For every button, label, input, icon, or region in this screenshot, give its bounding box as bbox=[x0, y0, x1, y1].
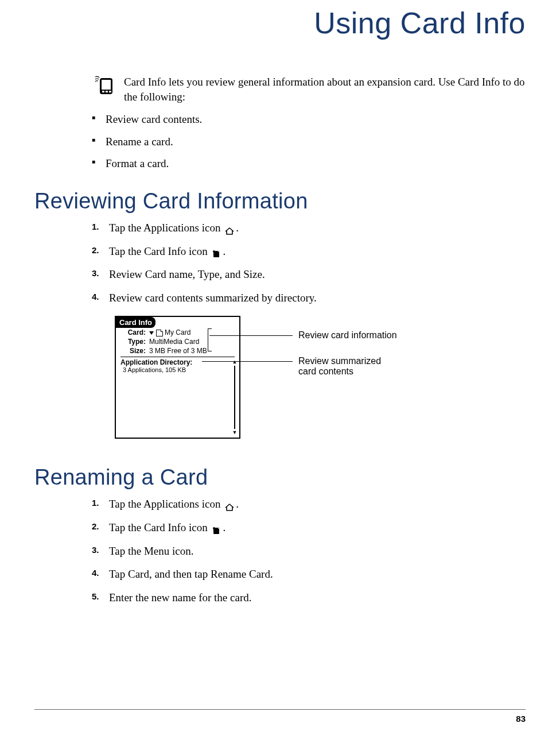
app-dir-summary: 3 Applications, 105 KB bbox=[123, 366, 235, 373]
callout-bracket bbox=[208, 328, 212, 351]
chevron-down-icon bbox=[149, 331, 154, 335]
section-title-reviewing: Reviewing Card Information bbox=[34, 189, 526, 214]
callout-line bbox=[209, 335, 293, 336]
type-label: Type: bbox=[120, 338, 146, 347]
palm-divider bbox=[120, 357, 235, 357]
palm-window: Card Info Card: My Card Type: MultiMedia… bbox=[115, 316, 240, 439]
size-value: 3 MB Free of 3 MB bbox=[149, 347, 207, 356]
step-item: Tap the Card Info icon . bbox=[92, 520, 526, 536]
card-mini-icon bbox=[156, 330, 163, 336]
type-value: MultiMedia Card bbox=[149, 338, 199, 347]
svg-rect-3 bbox=[106, 91, 108, 92]
card-info-icon bbox=[211, 524, 221, 533]
svg-rect-1 bbox=[102, 80, 111, 90]
svg-point-8 bbox=[213, 527, 215, 529]
step-item: Tap the Menu icon. bbox=[92, 544, 526, 559]
step-text: Enter the new name for the card. bbox=[109, 591, 251, 604]
step-item: Tap Card, and then tap Rename Card. bbox=[92, 567, 526, 582]
step-text: Tap Card, and then tap Rename Card. bbox=[109, 568, 273, 580]
step-item: Review Card name, Type, and Size. bbox=[92, 267, 526, 283]
app-dir-label: Application Directory: bbox=[120, 358, 235, 366]
callout-text-2: Review summarized card contents bbox=[298, 356, 381, 377]
step-text: Tap the Applications icon bbox=[109, 498, 223, 510]
step-suffix: . bbox=[223, 521, 225, 533]
pda-icon bbox=[92, 74, 117, 99]
step-text: Tap the Card Info icon bbox=[109, 245, 210, 257]
intro-block: Card Info lets you review general inform… bbox=[92, 75, 526, 104]
figure-card-info: Card Info Card: My Card Type: MultiMedia… bbox=[115, 316, 526, 448]
step-text: Review card contents summarized by direc… bbox=[109, 292, 317, 304]
palm-titlebar: Card Info bbox=[116, 317, 155, 328]
step-item: Tap the Applications icon . bbox=[92, 497, 526, 512]
section-title-renaming: Renaming a Card bbox=[34, 465, 526, 490]
step-text: Tap the Menu icon. bbox=[109, 545, 193, 557]
chapter-title: Using Card Info bbox=[34, 6, 526, 40]
step-item: Enter the new name for the card. bbox=[92, 590, 526, 606]
scroll-up-icon: ▲ bbox=[232, 359, 238, 365]
home-icon bbox=[224, 225, 235, 234]
scrollbar: ▲ ▼ bbox=[232, 359, 237, 435]
page-number: 83 bbox=[516, 714, 526, 724]
intro-bullets: Review card contents. Rename a card. For… bbox=[92, 112, 526, 172]
step-suffix: . bbox=[223, 245, 225, 257]
renaming-steps: Tap the Applications icon . Tap the Card… bbox=[92, 497, 526, 605]
bullet-item: Rename a card. bbox=[92, 134, 526, 150]
bullet-item: Format a card. bbox=[92, 156, 526, 172]
step-text: Review Card name, Type, and Size. bbox=[109, 268, 265, 280]
intro-text: Card Info lets you review general inform… bbox=[124, 75, 526, 104]
reviewing-steps: Tap the Applications icon . Tap the Card… bbox=[92, 220, 526, 305]
home-icon bbox=[224, 501, 235, 510]
callout-text-1: Review card information bbox=[298, 330, 397, 341]
bullet-item: Review card contents. bbox=[92, 112, 526, 127]
step-item: Review card contents summarized by direc… bbox=[92, 291, 526, 306]
step-item: Tap the Card Info icon . bbox=[92, 244, 526, 260]
step-text: Tap the Applications icon bbox=[109, 222, 223, 234]
footer-rule bbox=[34, 709, 526, 710]
card-value: My Card bbox=[149, 328, 190, 338]
scroll-down-icon: ▼ bbox=[232, 430, 238, 435]
step-suffix: . bbox=[236, 222, 239, 234]
card-label: Card: bbox=[120, 328, 146, 338]
svg-point-6 bbox=[213, 250, 215, 253]
step-item: Tap the Applications icon . bbox=[92, 220, 526, 236]
svg-rect-2 bbox=[102, 91, 104, 92]
callout-line bbox=[202, 361, 293, 362]
step-text: Tap the Card Info icon bbox=[109, 521, 210, 533]
size-label: Size: bbox=[120, 347, 146, 356]
card-info-icon bbox=[211, 247, 221, 257]
svg-rect-4 bbox=[109, 91, 111, 92]
step-suffix: . bbox=[236, 498, 239, 510]
